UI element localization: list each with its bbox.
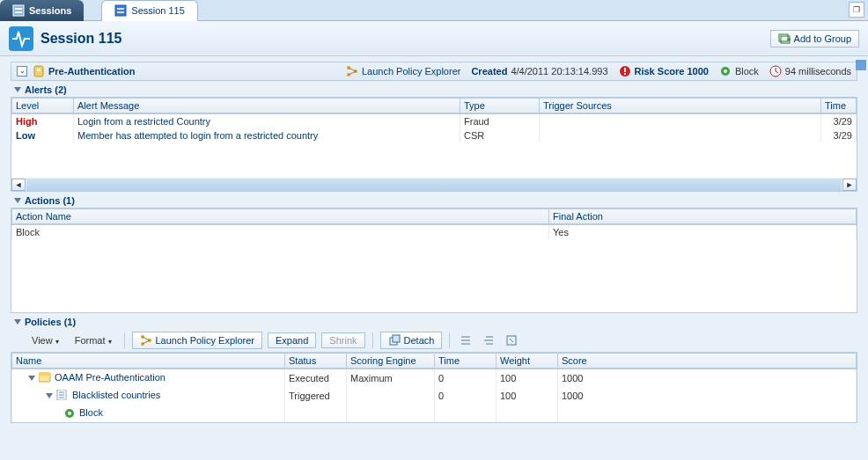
cell-score	[558, 405, 857, 422]
session-icon	[114, 4, 127, 17]
scroll-track[interactable]	[26, 179, 842, 191]
tab-label: Sessions	[29, 5, 71, 16]
policy-name-link[interactable]: Blacklisted countries	[72, 390, 160, 400]
col-name[interactable]: Name	[12, 354, 285, 369]
cell-status: Executed	[285, 369, 347, 387]
col-time[interactable]: Time	[821, 99, 857, 113]
svg-rect-41	[39, 373, 50, 376]
launch-policy-explorer-link[interactable]: Launch Policy Explorer	[346, 65, 461, 77]
svg-rect-18	[624, 68, 626, 72]
cell-triggers	[540, 128, 821, 142]
clock-icon	[769, 65, 782, 77]
cell-msg[interactable]: Login from a restricted Country	[74, 114, 460, 128]
tab-session-detail[interactable]: Session 115	[101, 0, 198, 21]
tab-sessions[interactable]: Sessions	[0, 0, 84, 21]
cell-weight: 100	[497, 387, 558, 405]
alerts-header[interactable]: Alerts (2)	[11, 83, 857, 97]
svg-line-28	[143, 337, 150, 340]
alerts-body: HighLogin from a restricted CountryFraud…	[11, 114, 857, 178]
launch-policy-explorer-button[interactable]: Launch Policy Explorer	[132, 332, 263, 349]
cell-name: Blacklisted countries	[12, 387, 285, 405]
tree-icon	[140, 334, 152, 347]
tree-icon	[346, 65, 358, 77]
policy-name-link[interactable]: OAAM Pre-Authentication	[55, 372, 166, 383]
svg-rect-5	[117, 11, 124, 13]
view-menu[interactable]: View▾	[26, 333, 64, 347]
svg-rect-11	[37, 69, 40, 71]
svg-rect-31	[393, 335, 400, 342]
add-to-group-button[interactable]: Add to Group	[770, 30, 859, 47]
svg-rect-2	[15, 11, 22, 13]
col-status[interactable]: Status	[285, 354, 347, 369]
table-row[interactable]: LowMember has attempted to login from a …	[12, 128, 857, 142]
cell-msg[interactable]: Member has attempted to login from a res…	[74, 128, 460, 142]
col-msg[interactable]: Alert Message	[74, 99, 460, 113]
col-type[interactable]: Type	[460, 99, 540, 113]
gear-icon	[63, 407, 76, 420]
time-info: 94 milliseconds	[769, 65, 851, 77]
svg-line-39	[510, 339, 513, 342]
table-row[interactable]: OAAM Pre-AuthenticationExecutedMaximum01…	[12, 369, 857, 387]
table-row[interactable]: BlockYes	[12, 225, 857, 239]
col-time[interactable]: Time	[435, 354, 497, 369]
svg-rect-4	[117, 8, 124, 10]
sessions-icon	[12, 4, 25, 17]
tab-label: Session 115	[131, 5, 185, 16]
expand-button[interactable]: Expand	[268, 332, 316, 348]
svg-line-15	[349, 68, 356, 71]
alerts-scrollbar: ◄ ►	[11, 178, 857, 192]
col-final[interactable]: Final Action	[549, 209, 857, 224]
tab-bar: Sessions Session 115 ❐	[0, 0, 868, 21]
policy-name-link[interactable]: Block	[79, 407, 103, 418]
col-action-name[interactable]: Action Name	[12, 209, 549, 224]
detach-button[interactable]: Detach	[380, 332, 443, 349]
cell-time: 0	[435, 369, 497, 387]
cell-score: 1000	[558, 387, 857, 405]
block-action: Block	[719, 65, 759, 77]
actions-header[interactable]: Actions (1)	[11, 193, 857, 208]
col-score[interactable]: Score	[558, 354, 857, 369]
cell-scoring: Maximum	[347, 369, 435, 387]
cell-level: Low	[12, 128, 74, 142]
expand-triangle-icon[interactable]	[46, 393, 53, 398]
cell-score: 1000	[558, 369, 857, 387]
shrink-button[interactable]: Shrink	[321, 332, 364, 348]
col-scoring[interactable]: Scoring Engine	[347, 354, 435, 369]
preauth-title: Pre-Authentication	[48, 66, 135, 77]
cell-time: 3/29	[821, 114, 857, 128]
expand-triangle-icon[interactable]	[28, 376, 35, 381]
page-header: Session 115 Add to Group	[0, 21, 868, 56]
format-menu[interactable]: Format▾	[70, 333, 117, 347]
tree-scroll-button[interactable]	[503, 332, 520, 348]
table-row[interactable]: Block	[12, 405, 857, 422]
col-triggers[interactable]: Trigger Sources	[540, 99, 821, 113]
restore-icon[interactable]: ❐	[849, 2, 864, 18]
alert-icon	[619, 65, 631, 77]
svg-point-21	[724, 69, 727, 73]
scroll-up-icon[interactable]	[856, 60, 866, 70]
cell-type: Fraud	[460, 114, 540, 128]
tree-collapse-button[interactable]	[457, 332, 474, 348]
col-level[interactable]: Level	[12, 99, 74, 113]
scroll-right-button[interactable]: ►	[842, 179, 857, 191]
page-title: Session 115	[40, 31, 770, 47]
svg-point-47	[68, 412, 71, 415]
policies-header[interactable]: Policies (1)	[11, 315, 857, 329]
col-weight[interactable]: Weight	[497, 354, 558, 369]
add-to-group-icon	[778, 33, 791, 45]
cell-type: CSR	[460, 128, 540, 142]
cell-time	[435, 405, 497, 422]
cell-weight	[497, 405, 558, 422]
policy-icon	[39, 372, 51, 384]
cell-name: Block	[12, 405, 285, 422]
preauth-header: ⌄ Pre-Authentication Launch Policy Explo…	[11, 62, 857, 81]
table-row[interactable]: HighLogin from a restricted CountryFraud…	[12, 114, 857, 128]
tree-expand-button[interactable]	[480, 332, 497, 348]
policies-toolbar: View▾ Format▾ Launch Policy Explorer Exp…	[11, 329, 857, 352]
scroll-left-button[interactable]: ◄	[11, 179, 26, 191]
collapse-triangle-icon	[14, 87, 21, 92]
collapse-toggle[interactable]: ⌄	[17, 66, 27, 77]
table-row[interactable]: Blacklisted countriesTriggered01001000	[12, 387, 857, 405]
actions-body: BlockYes	[11, 225, 857, 313]
main-panel: ⌄ Pre-Authentication Launch Policy Explo…	[0, 56, 868, 460]
